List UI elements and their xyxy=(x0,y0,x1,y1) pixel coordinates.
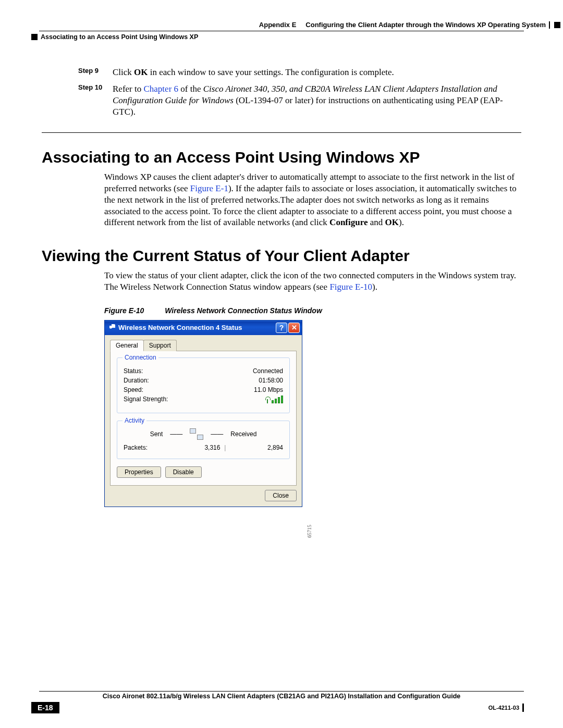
step9-ok: OK xyxy=(134,67,148,77)
step9-post: in each window to save your settings. Th… xyxy=(148,67,394,77)
wireless-icon xyxy=(108,324,115,331)
step10-mid1: of the xyxy=(178,84,203,94)
close-icon[interactable]: ✕ xyxy=(288,323,300,333)
window-title: Wireless Network Connection 4 Status xyxy=(118,324,242,331)
status-label: Status: xyxy=(124,367,143,375)
section-rule-1 xyxy=(42,132,521,133)
close-button[interactable]: Close xyxy=(265,490,297,501)
appendix-label: Appendix E xyxy=(259,21,297,29)
chapter6-link[interactable]: Chapter 6 xyxy=(143,84,178,94)
s2-end: ). xyxy=(372,282,377,292)
figure-side-id: 65715 xyxy=(307,525,312,538)
signal-label: Signal Strength: xyxy=(124,396,168,403)
section1-para: Windows XP causes the client adapter's d… xyxy=(104,171,521,228)
disable-button[interactable]: Disable xyxy=(165,466,202,478)
header-divider xyxy=(549,21,550,29)
step10-text: Refer to Chapter 6 of the Cisco Aironet … xyxy=(113,83,521,118)
status-value: Connected xyxy=(253,367,283,375)
footer: Cisco Aironet 802.11a/b/g Wireless LAN C… xyxy=(0,691,563,713)
breadcrumb-square-icon xyxy=(31,34,38,40)
ok-bold: OK xyxy=(385,217,399,227)
figure-caption: Figure E-10Wireless Network Connection S… xyxy=(104,306,563,315)
sent-label: Sent xyxy=(150,430,163,438)
step10-label: Step 10 xyxy=(78,83,103,91)
figure-e10-link[interactable]: Figure E-10 xyxy=(329,282,372,292)
footer-guide-title: Cisco Aironet 802.11a/b/g Wireless LAN C… xyxy=(0,693,563,700)
figure-title: Wireless Network Connection Status Windo… xyxy=(165,306,322,315)
section1-title: Associating to an Access Point Using Win… xyxy=(42,149,563,166)
tab-support[interactable]: Support xyxy=(143,340,177,351)
breadcrumb: Associating to an Access Point Using Win… xyxy=(41,33,198,41)
doc-number: OL-4211-03 xyxy=(488,705,519,711)
figure-label: Figure E-10 xyxy=(104,306,144,315)
header-square-icon xyxy=(554,22,560,28)
properties-button[interactable]: Properties xyxy=(117,466,161,478)
group-activity: Activity Sent —— —— Received Packets: 3,… xyxy=(117,421,290,459)
packets-label: Packets: xyxy=(124,444,167,451)
packets-sent: 3,316 xyxy=(167,444,220,451)
configure-bold: Configure xyxy=(329,217,368,227)
xp-status-window: Wireless Network Connection 4 Status ? ✕… xyxy=(104,320,302,507)
activity-icon xyxy=(190,428,203,440)
step10-pre: Refer to xyxy=(113,84,143,94)
s1-and: and xyxy=(368,217,385,227)
tab-general[interactable]: General xyxy=(110,340,144,351)
duration-label: Duration: xyxy=(124,377,149,384)
help-button[interactable]: ? xyxy=(276,323,287,333)
received-label: Received xyxy=(230,430,256,438)
step9-pre: Click xyxy=(113,67,134,77)
tab-strip: General Support xyxy=(110,339,297,351)
group-activity-title: Activity xyxy=(123,417,146,424)
footer-rule xyxy=(39,691,524,692)
section2-title: Viewing the Current Status of Your Clien… xyxy=(42,247,563,265)
page-number: E-18 xyxy=(31,702,59,713)
speed-value: 11.0 Mbps xyxy=(254,386,283,393)
s2-pre: To view the status of your client adapte… xyxy=(104,270,516,292)
group-connection: Connection Status:Connected Duration:01:… xyxy=(117,357,290,413)
step9-label: Step 9 xyxy=(78,67,103,75)
footer-bar-icon xyxy=(522,704,524,712)
xp-titlebar[interactable]: Wireless Network Connection 4 Status ? ✕ xyxy=(105,320,302,335)
figure-e1-link[interactable]: Figure E-1 xyxy=(190,183,228,193)
chapter-title: Configuring the Client Adapter through t… xyxy=(305,21,546,29)
step9-text: Click OK in each window to save your set… xyxy=(113,67,521,78)
group-connection-title: Connection xyxy=(123,354,158,361)
speed-label: Speed: xyxy=(124,386,143,393)
header-breadcrumb-row: Associating to an Access Point Using Win… xyxy=(0,33,563,41)
s1-end: ). xyxy=(399,217,404,227)
header-rule xyxy=(39,31,524,31)
packets-recv: 2,894 xyxy=(230,444,283,451)
header-top-row: Appendix E Configuring the Client Adapte… xyxy=(0,21,563,29)
signal-strength-icon xyxy=(266,396,283,403)
duration-value: 01:58:00 xyxy=(259,377,283,384)
section2-para: To view the status of your client adapte… xyxy=(104,270,521,293)
